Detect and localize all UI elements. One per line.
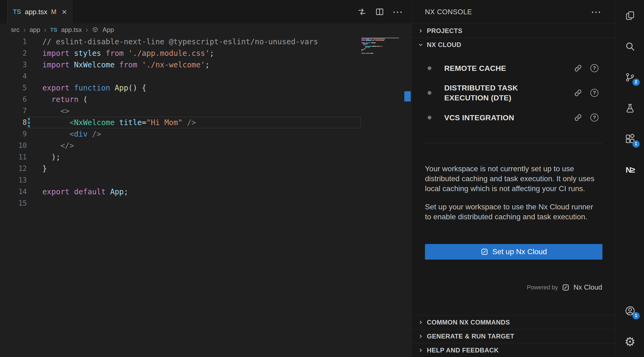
status-dot-icon: [428, 116, 431, 119]
status-dot-icon: [428, 66, 431, 70]
section-label: HELP AND FEEDBACK: [427, 347, 499, 354]
nx-cloud-logo-icon: [562, 283, 570, 292]
nx-logo-icon: N≥: [624, 164, 636, 176]
vscode-window: TS app.tsx M × ⋯: [0, 0, 644, 357]
code-line-8[interactable]: 8 <NxWelcome title="Hi Mom" />: [0, 117, 412, 128]
cloud-item: REMOTE CACHE: [425, 57, 602, 79]
panel-header: NX CONSOLE ⋯: [412, 0, 615, 24]
line-number: 13: [0, 174, 27, 186]
section-label: NX CLOUD: [427, 41, 461, 49]
code-line-1[interactable]: 1// eslint-disable-next-line @typescript…: [0, 36, 412, 48]
status-dot-icon: [428, 91, 431, 95]
cloud-item-label: DISTRIBUTED TASK EXECUTION (DTE): [444, 83, 535, 103]
line-number: 11: [0, 151, 27, 163]
section-help-and-feedback[interactable]: HELP AND FEEDBACK: [412, 343, 615, 357]
breadcrumb-separator: ›: [86, 26, 88, 34]
section-label: GENERATE & RUN TARGET: [427, 333, 514, 340]
activity-item-settings[interactable]: ⚙: [616, 326, 644, 357]
tab-close-icon[interactable]: ×: [62, 8, 67, 16]
code-line-5[interactable]: 5export function App() {: [0, 82, 412, 94]
split-editor-icon[interactable]: [375, 7, 384, 17]
tab-app-tsx[interactable]: TS app.tsx M ×: [7, 0, 72, 24]
help-icon[interactable]: [590, 114, 598, 122]
divider: [425, 143, 602, 143]
open-changes-icon[interactable]: [357, 7, 367, 17]
powered-by-brand[interactable]: Nx Cloud: [573, 283, 602, 292]
code-line-4[interactable]: 4: [0, 71, 412, 82]
nx-cloud-icon: [480, 248, 488, 256]
breadcrumb-item-app[interactable]: app: [29, 26, 40, 34]
cloud-item-label: VCS INTEGRATION: [444, 113, 535, 123]
activity-bar: 21N≥ 1⚙: [615, 0, 644, 357]
code-line-6[interactable]: 6 return (: [0, 94, 412, 105]
gear-icon: ⚙: [624, 336, 636, 348]
code-line-11[interactable]: 11 );: [0, 151, 412, 163]
activity-item-accounts[interactable]: 1: [616, 295, 644, 326]
breadcrumb-separator: ›: [23, 26, 26, 34]
code-line-14[interactable]: 14export default App;: [0, 186, 412, 198]
breadcrumb-separator: ›: [44, 26, 46, 34]
git-modified-badge: M: [51, 8, 57, 16]
line-number: 14: [0, 186, 27, 198]
activity-item-nx-console[interactable]: N≥: [616, 154, 644, 185]
cloud-item: DISTRIBUTED TASK EXECUTION (DTE): [425, 82, 602, 104]
connect-icon[interactable]: [574, 113, 582, 122]
code-line-3[interactable]: 3import NxWelcome from './nx-welcome';: [0, 59, 412, 71]
setup-button-label: Set up Nx Cloud: [492, 247, 547, 256]
panel-more-actions-icon[interactable]: ⋯: [591, 6, 601, 18]
account-icon: 1: [624, 305, 636, 317]
nx-cloud-section-body: REMOTE CACHEDISTRIBUTED TASK EXECUTION (…: [412, 52, 615, 292]
setup-nx-cloud-button[interactable]: Set up Nx Cloud: [425, 244, 602, 260]
section-common-nx-commands[interactable]: COMMON NX COMMANDS: [412, 315, 615, 329]
minimap[interactable]: [361, 38, 405, 55]
activity-badge: 1: [632, 140, 640, 148]
breadcrumb-item-file[interactable]: app.tsx: [61, 26, 82, 34]
line-number: 2: [0, 48, 27, 59]
more-actions-icon[interactable]: ⋯: [393, 7, 402, 17]
code-line-7[interactable]: 7 <>: [0, 105, 412, 117]
editor-pane: TS app.tsx M × ⋯: [0, 0, 412, 357]
section-projects[interactable]: PROJECTS: [412, 24, 615, 38]
typescript-file-icon: TS: [50, 27, 57, 33]
help-icon[interactable]: [590, 89, 598, 97]
code-line-12[interactable]: 12}: [0, 163, 412, 174]
code-editor[interactable]: 1// eslint-disable-next-line @typescript…: [0, 36, 412, 209]
code-line-10[interactable]: 10 </>: [0, 140, 412, 151]
line-number: 15: [0, 198, 27, 209]
section-generate-run-target[interactable]: GENERATE & RUN TARGET: [412, 329, 615, 343]
line-number: 8: [0, 117, 27, 128]
breadcrumb-item-src[interactable]: src: [11, 26, 20, 34]
code-line-13[interactable]: 13: [0, 174, 412, 186]
code-line-9[interactable]: 9 <div />: [0, 128, 412, 140]
connect-icon[interactable]: [574, 89, 582, 97]
connect-icon[interactable]: [574, 64, 582, 72]
activity-item-search[interactable]: [616, 31, 644, 62]
code-line-2[interactable]: 2import styles from './app.module.css';: [0, 48, 412, 59]
activity-item-testing[interactable]: [616, 93, 644, 123]
line-number: 4: [0, 71, 27, 82]
help-icon[interactable]: [590, 64, 598, 72]
line-number: 9: [0, 128, 27, 140]
typescript-file-icon: TS: [13, 8, 21, 16]
breadcrumb-item-symbol[interactable]: App: [102, 26, 114, 34]
activity-item-extensions[interactable]: 1: [616, 123, 644, 154]
collapsed-sections: COMMON NX COMMANDSGENERATE & RUN TARGETH…: [412, 315, 615, 357]
tab-label: app.tsx: [25, 8, 47, 16]
activity-item-source-control[interactable]: 2: [616, 62, 644, 93]
symbol-cube-icon: [92, 26, 99, 33]
tab-bar: TS app.tsx M × ⋯: [0, 0, 412, 24]
gutter-modified-marker: [28, 118, 30, 127]
section-nx-cloud[interactable]: NX CLOUD: [412, 38, 615, 52]
cloud-description-1: Your workspace is not currently set up t…: [425, 164, 599, 194]
line-number: 7: [0, 105, 27, 117]
code-line-15[interactable]: 15: [0, 198, 412, 209]
nx-console-panel: NX CONSOLE ⋯ PROJECTS NX CLOUD REMOTE CA…: [412, 0, 615, 357]
overview-ruler-modified-marker: [404, 91, 411, 101]
cloud-description-2: Set up your workspace to use the Nx Clou…: [425, 202, 599, 222]
line-number: 1: [0, 36, 27, 48]
editor-actions: ⋯: [357, 0, 402, 24]
powered-by-row: Powered by Nx Cloud: [425, 283, 602, 292]
section-label: PROJECTS: [427, 27, 462, 35]
breadcrumb: src › app › TS app.tsx › App: [0, 24, 412, 36]
activity-item-explorer[interactable]: [616, 0, 644, 31]
